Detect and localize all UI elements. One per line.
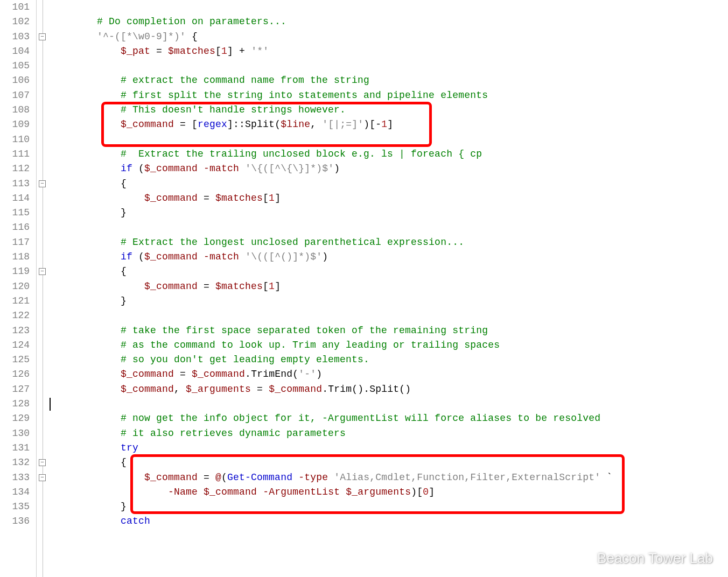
- code-token: # This doesn't handle strings however.: [121, 104, 346, 115]
- code-token: try: [121, 442, 138, 453]
- line-number: 111: [0, 147, 36, 161]
- code-line[interactable]: [50, 59, 728, 73]
- code-line[interactable]: [50, 220, 728, 235]
- code-line[interactable]: # Do completion on parameters...: [50, 15, 728, 29]
- code-line[interactable]: if ($_command -match '\{([^\{\}]*)$'): [50, 161, 728, 176]
- code-line[interactable]: try: [50, 441, 728, 455]
- code-token: $_command: [269, 384, 322, 395]
- code-line[interactable]: # now get the info object for it, -Argum…: [50, 411, 728, 426]
- code-token: TrimEnd: [251, 369, 292, 379]
- code-token: ): [316, 369, 322, 379]
- fold-column[interactable]: −−−−−: [37, 0, 50, 577]
- fold-toggle[interactable]: −: [39, 474, 46, 481]
- code-token: (: [221, 472, 227, 483]
- code-line[interactable]: }: [50, 294, 728, 308]
- code-token: '\{([^\{\}]*)$': [245, 163, 334, 174]
- line-number: 123: [0, 323, 36, 338]
- code-token: `: [600, 472, 612, 483]
- code-line[interactable]: # Extract the trailing unclosed block e.…: [50, 147, 728, 161]
- code-line[interactable]: # as the command to look up. Trim any le…: [50, 338, 728, 353]
- fold-toggle[interactable]: −: [39, 180, 46, 187]
- code-token: =: [174, 369, 192, 379]
- code-token: # take the first space separated token o…: [121, 325, 488, 336]
- code-line[interactable]: # it also retrieves dynamic parameters: [50, 426, 728, 441]
- code-line[interactable]: {: [50, 455, 728, 470]
- code-line[interactable]: {: [50, 177, 728, 191]
- code-token: (: [275, 119, 281, 130]
- code-line[interactable]: }: [50, 206, 728, 220]
- code-token: $line: [281, 119, 310, 130]
- line-number: 130: [0, 426, 36, 441]
- line-number: 122: [0, 308, 36, 323]
- code-token: }: [121, 295, 127, 306]
- fold-guide-line: [43, 0, 43, 577]
- code-line[interactable]: catch: [50, 514, 728, 529]
- code-line[interactable]: $_command = $_command.TrimEnd('-'): [50, 367, 728, 382]
- line-number: 116: [0, 220, 36, 235]
- code-line[interactable]: $_command = @(Get-Command -type 'Alias,C…: [50, 470, 728, 485]
- code-line[interactable]: # take the first space separated token o…: [50, 323, 728, 338]
- code-token: 0: [423, 487, 429, 497]
- line-number: 121: [0, 294, 36, 308]
- code-token: $_pat: [121, 46, 150, 57]
- fold-toggle[interactable]: −: [39, 33, 46, 40]
- line-number: 136: [0, 514, 36, 529]
- code-token: ().: [352, 384, 369, 395]
- code-line[interactable]: $_pat = $matches[1] + '*': [50, 44, 728, 59]
- code-line[interactable]: $_command = [regex]::Split($line, '[|;=]…: [50, 117, 728, 132]
- code-line[interactable]: # so you don't get leading empty element…: [50, 353, 728, 367]
- code-line[interactable]: [50, 0, 728, 15]
- code-token: ,: [310, 119, 322, 130]
- line-number: 125: [0, 353, 36, 367]
- code-token: {: [121, 178, 127, 189]
- code-token: }: [121, 501, 127, 512]
- line-number: 131: [0, 441, 36, 455]
- code-token: = [: [174, 119, 198, 130]
- code-line[interactable]: # first split the string into statements…: [50, 88, 728, 103]
- fold-toggle[interactable]: −: [39, 268, 46, 275]
- code-token: $_command: [192, 369, 245, 379]
- code-token: if: [121, 251, 132, 262]
- code-token: =: [198, 281, 215, 292]
- line-number: 127: [0, 382, 36, 397]
- code-line[interactable]: [50, 397, 728, 411]
- code-line[interactable]: # Extract the longest unclosed parenthet…: [50, 235, 728, 250]
- code-line[interactable]: if ($_command -match '\(([^()]*)$'): [50, 250, 728, 264]
- code-line[interactable]: '^-([*\w0-9]*)' {: [50, 30, 728, 44]
- code-token: $matches: [215, 281, 263, 292]
- code-token: # it also retrieves dynamic parameters: [121, 428, 346, 439]
- code-token: =: [251, 384, 269, 395]
- code-token: ]::: [227, 119, 245, 130]
- code-line[interactable]: {: [50, 264, 728, 279]
- line-number: 115: [0, 206, 36, 220]
- code-token: ] +: [227, 46, 251, 57]
- code-token: [239, 163, 245, 174]
- code-editor[interactable]: 1011021031041051061071081091101111121131…: [0, 0, 728, 577]
- code-token: Split: [245, 119, 275, 130]
- code-line[interactable]: }: [50, 499, 728, 514]
- code-token: Split: [369, 384, 399, 395]
- line-number: 113: [0, 177, 36, 191]
- code-token: 'Alias,Cmdlet,Function,Filter,ExternalSc…: [334, 472, 600, 483]
- code-line[interactable]: $_command, $_arguments = $_command.Trim(…: [50, 382, 728, 397]
- code-line[interactable]: $_command = $matches[1]: [50, 191, 728, 206]
- code-line[interactable]: [50, 132, 728, 147]
- code-token: {: [186, 31, 198, 42]
- code-line[interactable]: # This doesn't handle strings however.: [50, 103, 728, 117]
- code-token: 1: [381, 119, 387, 130]
- code-line[interactable]: # extract the command name from the stri…: [50, 73, 728, 88]
- fold-toggle[interactable]: −: [39, 459, 46, 466]
- code-token: Get-Command: [227, 472, 292, 483]
- code-token: =: [150, 46, 168, 57]
- code-line[interactable]: $_command = $matches[1]: [50, 279, 728, 294]
- code-token: $_command: [121, 369, 174, 379]
- line-number: 112: [0, 161, 36, 176]
- code-token: '-': [298, 369, 316, 379]
- code-line[interactable]: [50, 308, 728, 323]
- line-number: 107: [0, 88, 36, 103]
- code-line[interactable]: -Name $_command -ArgumentList $_argument…: [50, 485, 728, 499]
- code-token: # Do completion on parameters...: [97, 16, 286, 27]
- line-number: 109: [0, 117, 36, 132]
- code-area[interactable]: # Do completion on parameters... '^-([*\…: [50, 0, 728, 577]
- code-token: [: [263, 281, 269, 292]
